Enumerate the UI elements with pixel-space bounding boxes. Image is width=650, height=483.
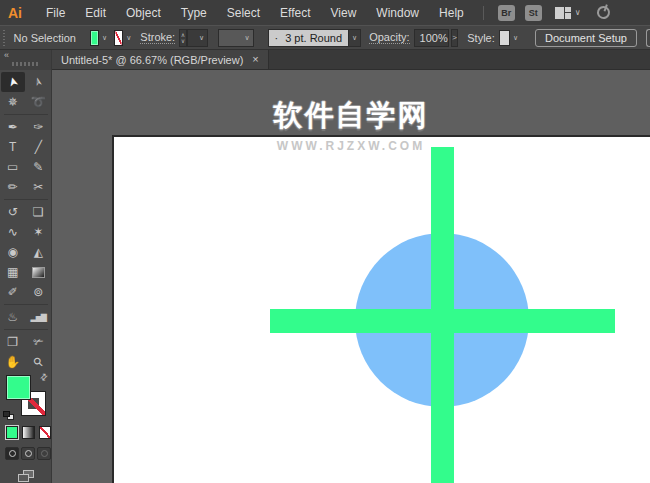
document-area: Untitled-5* @ 66.67% (RGB/Preview) × 软件自… [52,50,650,483]
pencil-tool[interactable]: ✏ [1,177,25,197]
stroke-chevron-icon[interactable]: ∨ [123,34,134,42]
brush-dot-icon: · [275,32,279,44]
scissors-icon: ✂ [33,180,43,194]
stock-button[interactable]: St [525,5,542,21]
stroke-color-swatch[interactable] [114,30,123,46]
screen-mode-button[interactable] [18,470,34,482]
mesh-tool[interactable]: ▦ [1,262,25,282]
rotate-icon: ↺ [8,205,18,219]
zoom-tool[interactable]: ⚲ [26,352,50,372]
column-graph-tool[interactable]: ▂▅▇ [26,307,50,327]
menu-select[interactable]: Select [217,6,270,20]
rotate-tool[interactable]: ↺ [1,202,25,222]
lasso-tool[interactable]: ➰ [26,92,50,112]
green-horizontal-bar[interactable] [270,309,615,333]
zoom-icon: ⚲ [30,354,46,370]
perspective-grid-tool[interactable]: ◭ [26,242,50,262]
slice-tool[interactable]: ✃ [26,332,50,352]
style-chevron-icon[interactable]: ∨ [510,34,521,42]
control-bar: No Selection ∨ ∨ Stroke: ∧ ∨ ∨ ∨ · 3 pt.… [0,25,650,50]
apply-gradient-button[interactable] [22,426,34,439]
magic-wand-tool[interactable]: ✵ [1,92,25,112]
step-down-icon[interactable]: ∨ [181,38,185,44]
menu-help[interactable]: Help [429,6,474,20]
menu-file[interactable]: File [36,6,75,20]
paintbrush-tool[interactable]: ✎ [26,157,50,177]
apply-none-button[interactable] [39,426,51,439]
scissors-tool[interactable]: ✂ [26,177,50,197]
shape-builder-tool[interactable]: ◉ [1,242,25,262]
scale-tool[interactable]: ❏ [26,202,50,222]
width-icon: ∿ [8,225,18,239]
menu-view[interactable]: View [321,6,367,20]
tool-group-divider [4,199,48,200]
chevron-down-icon[interactable]: ∨ [575,8,581,17]
hand-tool[interactable]: ✋ [1,352,25,372]
symbol-sprayer-tool[interactable]: ♨ [1,307,25,327]
free-transform-tool[interactable]: ✶ [26,222,50,242]
canvas-viewport[interactable]: 软件自学网 WWW.RJZXW.COM [52,70,650,483]
workspace-switcher-icon[interactable] [555,7,572,19]
stroke-weight-dropdown[interactable]: ∨ [187,29,208,47]
tool-group-divider [4,304,48,305]
document-setup-button[interactable]: Document Setup [535,29,637,47]
menu-object[interactable]: Object [116,6,171,20]
perspective-grid-icon: ◭ [34,245,43,259]
menu-effect[interactable]: Effect [270,6,320,20]
document-tab[interactable]: Untitled-5* @ 66.67% (RGB/Preview) × [52,50,269,69]
type-tool[interactable]: T [1,137,25,157]
line-segment-icon: ╱ [35,140,42,154]
draw-behind-button[interactable] [21,447,35,460]
stroke-weight-stepper[interactable]: ∧ ∨ [179,29,187,47]
width-tool[interactable]: ∿ [1,222,25,242]
screen-mode-row [0,464,51,482]
direct-selection-tool[interactable]: ➢ [26,72,50,92]
rectangle-tool[interactable]: ▭ [1,157,25,177]
curvature-tool[interactable]: ✑ [26,117,50,137]
chevron-down-icon[interactable]: ∨ [196,34,207,42]
opacity-label[interactable]: Opacity: [369,31,409,44]
panel-grip-icon[interactable] [3,30,5,46]
artboard-tool[interactable]: ❐ [1,332,25,352]
menu-window[interactable]: Window [366,6,429,20]
menu-bar: Ai FileEditObjectTypeSelectEffectViewWin… [0,0,650,25]
stroke-weight-label[interactable]: Stroke: [140,31,175,44]
swap-fill-stroke-icon[interactable]: ⇄ [38,371,50,383]
style-label: Style: [467,32,495,44]
slice-icon: ✃ [33,335,43,349]
opacity-value-field[interactable]: 100% [414,29,449,47]
chevron-down-icon[interactable]: ∨ [349,34,360,42]
document-tab-bar: Untitled-5* @ 66.67% (RGB/Preview) × [52,50,650,70]
sync-settings-icon[interactable] [595,4,612,21]
menubar-divider [483,6,484,20]
selection-status: No Selection [14,32,76,44]
panel-drag-grip[interactable] [12,62,40,66]
eyedropper-tool[interactable]: ✐ [1,282,25,302]
free-transform-icon: ✶ [33,225,43,239]
opacity-more-button[interactable]: > [451,29,459,47]
blend-icon: ⊚ [33,285,43,299]
fill-indicator-swatch[interactable] [6,375,31,400]
line-segment-tool[interactable]: ╱ [26,137,50,157]
direct-selection-icon: ➢ [30,75,46,88]
gradient-tool[interactable] [26,262,50,282]
menu-edit[interactable]: Edit [75,6,116,20]
bridge-button[interactable]: Br [498,5,515,21]
collapse-panel-icon[interactable]: « [4,50,9,60]
brush-definition-box[interactable]: · 3 pt. Round [268,29,350,47]
menu-type[interactable]: Type [171,6,217,20]
chevron-down-icon: ∨ [241,34,252,42]
fill-chevron-icon[interactable]: ∨ [99,34,110,42]
selection-tool[interactable]: ➤ [1,72,25,92]
blend-tool[interactable]: ⊚ [26,282,50,302]
preferences-button-partial[interactable] [646,29,650,47]
tool-group-divider [4,329,48,330]
fill-color-swatch[interactable] [90,30,99,46]
close-tab-icon[interactable]: × [252,54,258,65]
pen-tool[interactable]: ✒ [1,117,25,137]
apply-color-button[interactable] [6,426,18,439]
style-swatch[interactable] [499,30,510,46]
default-fill-stroke-icon[interactable] [3,411,14,420]
brush-definition-chevron[interactable]: ∨ [349,29,361,47]
draw-normal-button[interactable] [5,447,19,460]
